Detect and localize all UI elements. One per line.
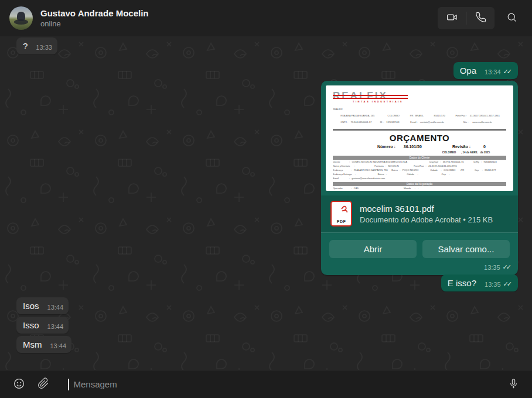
message-time: 13:44 xyxy=(50,342,67,350)
incoming-message[interactable]: Msm 13:44 xyxy=(16,336,71,353)
pdf-page: REALFIX TINTAS INDUSTRIAIS REALFIX RUA A… xyxy=(326,85,513,191)
file-meta: Documento do Adobe Acrobat • 215 KB xyxy=(360,215,493,224)
whatsapp-chat-window: Gustavo Andrade Mocelin online xyxy=(0,0,532,398)
double-check-icon: ✓✓ xyxy=(503,68,513,76)
double-check-icon: ✓✓ xyxy=(503,280,513,289)
message-text: Isso xyxy=(23,320,39,331)
video-camera-icon xyxy=(446,11,458,25)
chat-header: Gustavo Andrade Mocelin online xyxy=(0,0,532,36)
emoji-icon xyxy=(13,378,25,392)
incoming-message[interactable]: ? 13:33 xyxy=(16,37,57,54)
header-actions xyxy=(438,7,523,29)
file-info-row[interactable]: PDF mocelim 36101.pdf Documento do Adobe… xyxy=(321,195,518,232)
card-divider xyxy=(321,232,518,233)
open-button[interactable]: Abrir xyxy=(329,240,417,258)
file-name: mocelim 36101.pdf xyxy=(360,204,493,214)
phone-icon xyxy=(475,12,486,25)
doc-city-date: COLOMBO , 14 de ABRIL de 2025 xyxy=(333,151,506,154)
paperclip-icon xyxy=(37,378,49,391)
microphone-icon xyxy=(508,378,519,391)
message-text: Msm xyxy=(23,339,42,350)
save-as-button[interactable]: Salvar como... xyxy=(422,240,510,258)
logo-red-line xyxy=(333,95,408,96)
message-text: E isso? xyxy=(448,277,476,289)
outgoing-message[interactable]: Opa 13:34 ✓✓ xyxy=(453,62,518,79)
document-preview[interactable]: REALFIX TINTAS INDUSTRIAIS REALFIX RUA A… xyxy=(326,85,513,191)
message-time: 13:34 xyxy=(485,68,501,76)
message-time: 13:35 xyxy=(485,281,501,289)
doc-section-negotiation: Dados da Negociação xyxy=(333,182,506,186)
message-time: 13:44 xyxy=(47,304,64,311)
pdf-file-icon: PDF xyxy=(330,201,352,227)
avatar[interactable] xyxy=(9,6,33,30)
voice-record-button[interactable] xyxy=(503,374,524,395)
incoming-message[interactable]: Isso 13:44 xyxy=(16,317,69,334)
emoji-button[interactable] xyxy=(8,374,29,395)
call-button-group xyxy=(438,7,495,29)
message-text: Opa xyxy=(460,65,476,76)
doc-number-row: Número : 36.101/50 Revisão : 0 xyxy=(333,145,506,149)
message-text: Isos xyxy=(23,300,39,311)
doc-section-client: Dados do Cliente xyxy=(333,156,506,160)
avatar-motorcycle xyxy=(14,19,28,25)
contact-info[interactable]: Gustavo Andrade Mocelin online xyxy=(40,8,148,28)
search-button[interactable] xyxy=(500,7,523,29)
document-message: REALFIX TINTAS INDUSTRIAIS REALFIX RUA A… xyxy=(321,81,518,275)
doc-contacts: CNPJ : 73.244.635/0001-17 IE : 137018710… xyxy=(340,121,492,123)
search-icon xyxy=(506,12,517,25)
message-input[interactable] xyxy=(73,379,500,389)
message-time: 13:35 xyxy=(484,264,500,271)
message-time: 13:33 xyxy=(36,44,52,52)
contact-status: online xyxy=(40,19,148,28)
attach-button[interactable] xyxy=(33,374,54,395)
outgoing-message[interactable]: E isso? 13:35 ✓✓ xyxy=(441,275,518,291)
contact-name[interactable]: Gustavo Andrade Mocelin xyxy=(40,8,148,18)
incoming-message[interactable]: Isos 13:44 xyxy=(16,297,69,314)
video-call-button[interactable] xyxy=(438,7,466,29)
voice-call-button[interactable] xyxy=(466,7,495,29)
message-composer xyxy=(0,370,532,398)
text-caret xyxy=(68,379,69,390)
message-text: ? xyxy=(23,40,28,52)
realfix-logo: REALFIX TINTAS INDUSTRIAIS xyxy=(333,90,410,104)
message-time: 13:44 xyxy=(47,323,64,331)
doc-address: RUA ANA PAULA GUARDA, 165 COLOMBO PR BRA… xyxy=(340,114,500,117)
double-check-icon: ✓✓ xyxy=(503,263,512,272)
doc-company: REALFIX xyxy=(333,108,343,111)
chat-area: ? 13:33 Opa 13:34 ✓✓ REALFIX TINTAS INDU… xyxy=(0,36,532,370)
doc-title: ORÇAMENTO xyxy=(333,133,506,143)
message-meta: 13:35 ✓✓ xyxy=(326,263,513,272)
logo-red-line xyxy=(333,98,408,99)
doc-divider xyxy=(333,129,506,131)
